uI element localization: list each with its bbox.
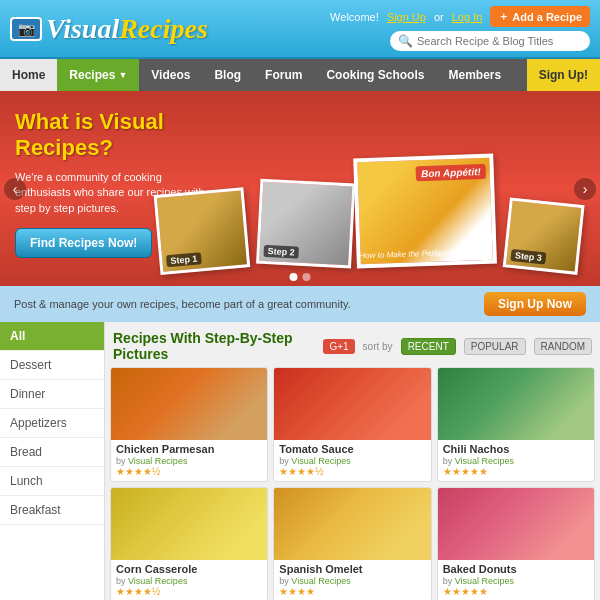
recipe-stars-5: ★★★★★	[443, 586, 589, 597]
carousel-dots	[290, 273, 311, 281]
recipe-name-2: Chili Nachos	[443, 443, 589, 455]
sidebar: All Dessert Dinner Appetizers Bread Lunc…	[0, 322, 105, 600]
recipe-info-3: Corn Casserole by Visual Recipes ★★★★½	[111, 560, 267, 600]
hero-next-button[interactable]: ›	[574, 178, 596, 200]
nav-home[interactable]: Home	[0, 59, 57, 91]
recipe-name-4: Spanish Omelet	[279, 563, 425, 575]
or-text: or	[434, 11, 444, 23]
find-recipes-button[interactable]: Find Recipes Now!	[15, 228, 152, 258]
recipe-name-5: Baked Donuts	[443, 563, 589, 575]
gplus-button[interactable]: G+1	[323, 339, 354, 354]
nav-signup[interactable]: Sign Up!	[527, 59, 600, 91]
step2-label: Step 2	[263, 245, 299, 259]
recipe-image-0	[111, 368, 267, 440]
search-input[interactable]	[417, 35, 582, 47]
recipe-card-4[interactable]: Spanish Omelet by Visual Recipes ★★★★	[273, 487, 431, 600]
search-bar: 🔍	[390, 31, 590, 51]
plus-icon: ＋	[498, 9, 509, 24]
recipe-image-1	[274, 368, 430, 440]
signup-now-button[interactable]: Sign Up Now	[484, 292, 586, 316]
recipe-name-3: Corn Casserole	[116, 563, 262, 575]
signup-strip-text: Post & manage your own recipes, become p…	[14, 298, 351, 310]
recipe-header: Recipes With Step-By-Step Pictures G+1 s…	[105, 322, 600, 367]
sidebar-item-all[interactable]: All	[0, 322, 104, 351]
main-content: All Dessert Dinner Appetizers Bread Lunc…	[0, 322, 600, 600]
recipe-card-1[interactable]: Tomato Sauce by Visual Recipes ★★★★½	[273, 367, 431, 482]
nav-members[interactable]: Members	[436, 59, 513, 91]
sort-recent-button[interactable]: RECENT	[401, 338, 456, 355]
logo[interactable]: 📷 VisualRecipes	[10, 13, 208, 45]
recipe-info-0: Chicken Parmesan by Visual Recipes ★★★★½	[111, 440, 267, 481]
recipe-image-3	[111, 488, 267, 560]
sidebar-item-appetizers[interactable]: Appetizers	[0, 409, 104, 438]
recipe-info-1: Tomato Sauce by Visual Recipes ★★★★½	[274, 440, 430, 481]
recipe-stars-0: ★★★★½	[116, 466, 262, 477]
header-top-row: Welcome! Sign Up or Log In ＋ Add a Recip…	[330, 6, 590, 27]
recipe-by-0: by Visual Recipes	[116, 456, 262, 466]
sidebar-item-dessert[interactable]: Dessert	[0, 351, 104, 380]
recipe-by-5: by Visual Recipes	[443, 576, 589, 586]
camera-icon: 📷	[10, 17, 42, 41]
log-in-link[interactable]: Log In	[452, 11, 483, 23]
nav-videos[interactable]: Videos	[139, 59, 202, 91]
recipe-name-0: Chicken Parmesan	[116, 443, 262, 455]
recipe-by-3: by Visual Recipes	[116, 576, 262, 586]
sort-random-button[interactable]: RANDOM	[534, 338, 592, 355]
recipe-stars-4: ★★★★	[279, 586, 425, 597]
recipe-stars-1: ★★★★½	[279, 466, 425, 477]
recipe-image-5	[438, 488, 594, 560]
recipe-stars-3: ★★★★½	[116, 586, 262, 597]
recipe-area: Recipes With Step-By-Step Pictures G+1 s…	[105, 322, 600, 600]
nav-forum[interactable]: Forum	[253, 59, 314, 91]
main-hero-image: Bon Appétit! How to Make the Perfect Che…	[353, 154, 497, 269]
step1-image: Step 1	[154, 187, 251, 275]
nav-blog[interactable]: Blog	[202, 59, 253, 91]
add-recipe-button[interactable]: ＋ Add a Recipe	[490, 6, 590, 27]
recipe-info-4: Spanish Omelet by Visual Recipes ★★★★	[274, 560, 430, 600]
recipe-image-4	[274, 488, 430, 560]
sign-up-link[interactable]: Sign Up	[387, 11, 426, 23]
sidebar-item-dinner[interactable]: Dinner	[0, 380, 104, 409]
recipe-info-2: Chili Nachos by Visual Recipes ★★★★★	[438, 440, 594, 481]
recipe-grid: Chicken Parmesan by Visual Recipes ★★★★½…	[105, 367, 600, 600]
search-icon: 🔍	[398, 34, 413, 48]
sidebar-item-bread[interactable]: Bread	[0, 438, 104, 467]
recipe-stars-2: ★★★★★	[443, 466, 589, 477]
header: 📷 VisualRecipes Welcome! Sign Up or Log …	[0, 0, 600, 59]
step1-label: Step 1	[166, 252, 202, 267]
header-right: Welcome! Sign Up or Log In ＋ Add a Recip…	[330, 6, 590, 51]
main-nav: Home Recipes ▼ Videos Blog Forum Cooking…	[0, 59, 600, 91]
step3-image: Step 3	[503, 197, 585, 274]
sort-label: sort by	[363, 341, 393, 352]
hero-prev-button[interactable]: ‹	[4, 178, 26, 200]
logo-text: VisualRecipes	[46, 13, 208, 45]
welcome-text: Welcome!	[330, 11, 379, 23]
step3-label: Step 3	[510, 249, 546, 265]
bon-appetit-label: Bon Appétit!	[416, 164, 486, 181]
sidebar-item-lunch[interactable]: Lunch	[0, 467, 104, 496]
recipe-by-1: by Visual Recipes	[279, 456, 425, 466]
dot-2[interactable]	[303, 273, 311, 281]
recipe-card-3[interactable]: Corn Casserole by Visual Recipes ★★★★½	[110, 487, 268, 600]
hero-banner: ‹ › What is Visual Recipes? We're a comm…	[0, 91, 600, 286]
nav-recipes[interactable]: Recipes ▼	[57, 59, 139, 91]
recipe-image-2	[438, 368, 594, 440]
recipe-card-0[interactable]: Chicken Parmesan by Visual Recipes ★★★★½	[110, 367, 268, 482]
recipe-name-1: Tomato Sauce	[279, 443, 425, 455]
recipe-card-2[interactable]: Chili Nachos by Visual Recipes ★★★★★	[437, 367, 595, 482]
recipe-by-4: by Visual Recipes	[279, 576, 425, 586]
recipe-card-5[interactable]: Baked Donuts by Visual Recipes ★★★★★	[437, 487, 595, 600]
dot-1[interactable]	[290, 273, 298, 281]
watermark: VisualRecipes.com	[429, 249, 489, 258]
signup-strip: Post & manage your own recipes, become p…	[0, 286, 600, 322]
recipe-info-5: Baked Donuts by Visual Recipes ★★★★★	[438, 560, 594, 600]
hero-images: Step 1 Step 2 Bon Appétit! How to Make t…	[160, 91, 600, 286]
chevron-down-icon: ▼	[118, 70, 127, 80]
recipes-section-title: Recipes With Step-By-Step Pictures	[113, 330, 315, 362]
sort-popular-button[interactable]: POPULAR	[464, 338, 526, 355]
nav-cooking-schools[interactable]: Cooking Schools	[314, 59, 436, 91]
step2-image: Step 2	[256, 179, 355, 269]
recipe-by-2: by Visual Recipes	[443, 456, 589, 466]
sidebar-item-breakfast[interactable]: Breakfast	[0, 496, 104, 525]
